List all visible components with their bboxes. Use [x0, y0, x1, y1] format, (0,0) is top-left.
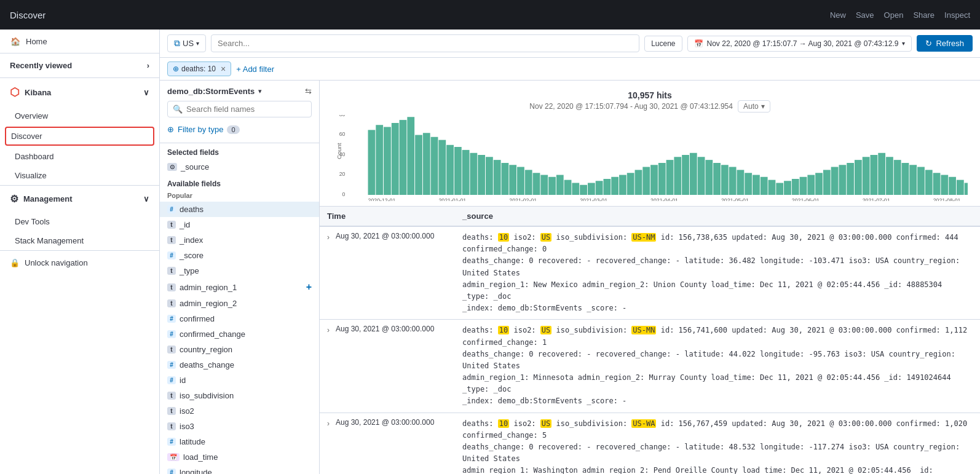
- top-nav-actions: New Save Open Share Inspect: [830, 10, 970, 20]
- field-item-field-id[interactable]: # id: [160, 373, 319, 388]
- row-time-value-0: Aug 30, 2021 @ 03:00:00.000: [336, 232, 434, 240]
- field-search: 🔍: [167, 101, 312, 117]
- new-button[interactable]: New: [830, 10, 846, 20]
- toggle-panel-icon[interactable]: ⇆: [305, 87, 312, 96]
- field-name-country: country_region: [180, 345, 232, 354]
- sidebar-item-dashboard[interactable]: Dashboard: [0, 147, 159, 166]
- auto-select[interactable]: Auto ▾: [738, 100, 770, 113]
- management-label: Management: [23, 194, 72, 203]
- svg-rect-7: [376, 125, 383, 195]
- field-badge-iso-sub: t: [167, 392, 176, 400]
- field-name-iso3: iso3: [180, 422, 194, 431]
- svg-text:2021-01-01: 2021-01-01: [438, 197, 466, 201]
- sidebar-item-visualize[interactable]: Visualize: [0, 166, 159, 185]
- svg-text:2021-08-01: 2021-08-01: [933, 197, 961, 201]
- svg-rect-22: [494, 160, 501, 195]
- table-row: › Aug 30, 2021 @ 03:00:00.000 deaths: 10…: [320, 320, 980, 413]
- management-header[interactable]: ⚙ Management ∨: [0, 186, 159, 212]
- field-item-deaths-change[interactable]: # deaths_change: [160, 357, 319, 373]
- add-filter-button[interactable]: + Add filter: [236, 65, 274, 74]
- refresh-button[interactable]: ↻ Refresh: [917, 35, 973, 52]
- index-pattern-button[interactable]: ⧉ US ▾: [167, 34, 206, 52]
- sidebar-item-overview[interactable]: Overview: [0, 106, 159, 125]
- field-item-admin2[interactable]: t admin_region_2: [160, 296, 319, 311]
- field-name-index: _index: [180, 235, 203, 245]
- highlight-deaths-1: 10: [498, 326, 509, 334]
- popular-label: Popular: [160, 191, 319, 202]
- inspect-button[interactable]: Inspect: [944, 10, 970, 20]
- field-badge-type: t: [167, 267, 176, 275]
- share-button[interactable]: Share: [913, 10, 935, 20]
- svg-rect-17: [454, 147, 462, 195]
- svg-rect-49: [705, 160, 713, 195]
- search-input[interactable]: [211, 34, 639, 52]
- svg-rect-8: [384, 127, 391, 196]
- field-item-load-time[interactable]: 📅 load_time: [160, 449, 319, 465]
- svg-rect-6: [368, 130, 376, 195]
- available-fields-label: Available fields: [160, 175, 319, 191]
- field-item-id[interactable]: t _id: [160, 217, 319, 232]
- field-item-confirmed[interactable]: # confirmed: [160, 311, 319, 326]
- field-name-admin1: admin_region_1: [180, 283, 237, 292]
- svg-rect-42: [650, 165, 658, 195]
- highlight-iso-sub-0: US-NM: [631, 233, 656, 242]
- date-range-button[interactable]: 📅 Nov 22, 2020 @ 17:15:07.7 → Aug 30, 20…: [687, 36, 912, 52]
- expand-row-1-icon[interactable]: ›: [327, 326, 330, 334]
- row-time-value-1: Aug 30, 2021 @ 03:00:00.000: [336, 325, 434, 333]
- filter-chip[interactable]: ⊕ deaths: 10 ×: [167, 61, 231, 76]
- field-item-score[interactable]: # _score: [160, 248, 319, 263]
- svg-rect-79: [941, 175, 948, 196]
- field-item-admin1[interactable]: t admin_region_1 +: [160, 278, 319, 296]
- expand-row-0-icon[interactable]: ›: [327, 233, 330, 242]
- field-item-confirmed-change[interactable]: # confirmed_change: [160, 326, 319, 342]
- filter-chip-remove-icon[interactable]: ×: [221, 64, 226, 74]
- datasource-label: demo_db:StormEvents: [167, 87, 255, 96]
- field-item-latitude[interactable]: # latitude: [160, 434, 319, 449]
- sidebar-item-stack-management[interactable]: Stack Management: [0, 231, 159, 250]
- svg-rect-10: [400, 120, 407, 195]
- field-item-iso3[interactable]: t iso3: [160, 419, 319, 434]
- row-source-text-2c: admin_region_1: Washington admin_region_…: [462, 466, 933, 474]
- field-name-iso2: iso2: [180, 406, 194, 416]
- filter-by-type-button[interactable]: ⊕ Filter by type 0: [167, 122, 312, 136]
- field-item-type[interactable]: t _type: [160, 263, 319, 278]
- datasource-chevron-icon[interactable]: ▾: [258, 87, 262, 95]
- field-item-index[interactable]: t _index: [160, 232, 319, 248]
- field-badge-field-id: #: [167, 376, 176, 384]
- kibana-label: Kibana: [25, 88, 51, 97]
- svg-rect-18: [462, 150, 470, 195]
- unlock-nav[interactable]: 🔒 Unlock navigation: [0, 251, 159, 275]
- svg-rect-70: [871, 155, 878, 195]
- field-item-source[interactable]: ⊙ _source: [160, 159, 319, 175]
- home-item[interactable]: 🏠 Home: [0, 30, 159, 53]
- open-button[interactable]: Open: [884, 10, 904, 20]
- field-badge-admin1: t: [167, 283, 176, 291]
- field-badge-confirmed-change: #: [167, 330, 176, 338]
- home-section: 🏠 Home: [0, 30, 159, 53]
- recently-viewed-header[interactable]: Recently viewed ›: [0, 53, 159, 77]
- index-pattern-icon: ⧉: [174, 38, 180, 49]
- svg-rect-73: [894, 160, 901, 195]
- col-time-header: Time: [327, 211, 462, 221]
- svg-rect-47: [690, 153, 697, 195]
- field-item-deaths[interactable]: # deaths: [160, 202, 319, 217]
- field-add-admin1-button[interactable]: +: [306, 282, 312, 293]
- save-button[interactable]: Save: [856, 10, 874, 20]
- sidebar-item-dev-tools[interactable]: Dev Tools: [0, 212, 159, 231]
- field-name-field-id: id: [180, 376, 186, 385]
- field-item-country[interactable]: t country_region: [160, 342, 319, 357]
- kibana-logo-icon: ⬡: [10, 85, 20, 99]
- row-source-text-1b: deaths_change: 0 recovered: - recovered_…: [462, 350, 955, 370]
- svg-rect-61: [800, 177, 807, 195]
- field-search-input[interactable]: [186, 105, 306, 114]
- bar-chart-svg: Count0204060802020-12-012021-01-012021-0…: [332, 115, 968, 201]
- svg-text:2021-02-01: 2021-02-01: [509, 197, 537, 201]
- kibana-header[interactable]: ⬡ Kibana ∨: [0, 78, 159, 106]
- sidebar-item-discover[interactable]: Discover: [5, 127, 154, 146]
- field-badge-score: #: [167, 251, 176, 259]
- expand-row-2-icon[interactable]: ›: [327, 419, 330, 428]
- field-item-iso2[interactable]: t iso2: [160, 403, 319, 419]
- field-item-iso-sub[interactable]: t iso_subdivision: [160, 388, 319, 403]
- lucene-button[interactable]: Lucene: [644, 36, 682, 52]
- field-item-longitude[interactable]: # longitude: [160, 465, 319, 474]
